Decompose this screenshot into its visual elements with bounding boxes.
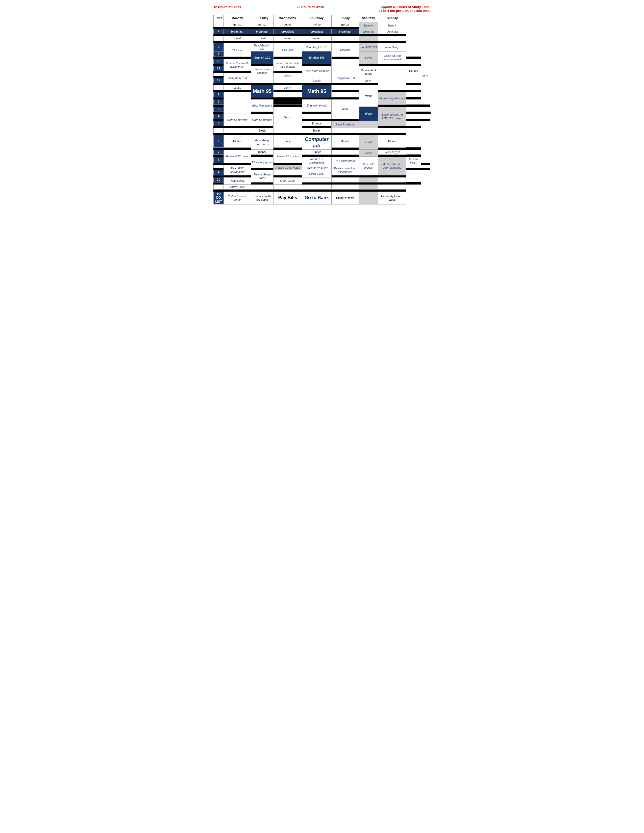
sep [224, 83, 251, 85]
top-headers: 12 Hours of Class 20 Hours of Work Appro… [213, 5, 431, 13]
table-row: travel travel travel travel [214, 36, 431, 41]
wed-dinner: Dinner [274, 135, 302, 148]
sun-catch-up-emails: Catch up with personal emails [378, 51, 406, 64]
sep [274, 97, 302, 99]
wed-getup: get up [274, 22, 302, 27]
time-empty [214, 128, 224, 133]
sep [214, 71, 224, 73]
sun-breakfast: breakfast [378, 29, 406, 34]
sep [224, 90, 251, 92]
sep [378, 182, 406, 185]
sun-review-psy: Review PSY . [406, 157, 421, 165]
sep [214, 182, 224, 185]
sep [378, 175, 406, 177]
sep [274, 133, 302, 135]
wed-review-math: Review & do math assignment [274, 59, 302, 71]
sep [224, 189, 251, 191]
fri-5-empty [406, 121, 421, 126]
wed-sg-empty [274, 185, 302, 189]
sep [302, 155, 332, 157]
sep [224, 148, 251, 150]
wed-revise-psy: Revise PSY notes [274, 150, 302, 163]
sep [302, 83, 332, 85]
sep [214, 133, 224, 135]
sep [302, 64, 332, 66]
sep [359, 41, 378, 43]
sep [406, 64, 421, 66]
sep [214, 97, 224, 99]
sun-work-gym: Work at gym [378, 150, 406, 155]
sat-empty-11 [378, 66, 406, 85]
sep [214, 155, 224, 157]
wed-9-empty [274, 170, 302, 175]
sep [251, 133, 273, 135]
fri-empty-10 [332, 59, 359, 71]
sep [378, 34, 406, 36]
sep [251, 27, 273, 29]
mon-geography: Geography 103 [224, 73, 251, 83]
sep [406, 182, 421, 185]
tue-english101: English 101 [251, 51, 273, 64]
sep [251, 168, 273, 170]
sep [214, 119, 224, 121]
sat-dinner: Dinner [359, 150, 378, 157]
thu-computer-lab: Computer lab [302, 135, 332, 150]
col-monday: Monday [224, 15, 251, 22]
table-row: Study Geog. [214, 185, 431, 189]
sun-sleepin: Sleep in [378, 22, 406, 29]
tue-todo: Practice math problems [251, 191, 273, 204]
sep [224, 41, 251, 43]
wed-travel: travel [274, 36, 302, 41]
sat-sg-empty [359, 185, 378, 189]
mon-work-label: Work [274, 106, 302, 128]
wed-read-psy: Read PSY Assignment [302, 157, 332, 165]
wed-2-sep [274, 99, 302, 105]
sep [332, 41, 359, 43]
sep [251, 97, 273, 99]
time-7b: 7 [214, 150, 224, 155]
tue-breakfast: breakfast [251, 29, 273, 34]
mon-empty-pre6 [224, 128, 251, 133]
thu-read-geog: Read Geog. [302, 170, 332, 177]
sep [359, 189, 378, 191]
sun-review-math: Review math & do assignment [332, 165, 359, 175]
time-empty [214, 73, 224, 76]
table-row: 10 Read Geog. Study Geog. [214, 177, 431, 182]
sep [251, 83, 273, 85]
header-class: 12 Hours of Class [213, 5, 241, 13]
sep [359, 182, 378, 185]
sep [214, 64, 224, 66]
thu-math-problems-empty [359, 121, 378, 128]
sep [332, 97, 359, 99]
sun-begin-outlines: Begin outlines for PSY 101 essays [378, 106, 406, 126]
sep [274, 41, 302, 43]
fri-lunch: Lunch [302, 78, 332, 83]
thu-read-english: Read English 101 [302, 43, 332, 51]
header-work: 20 Hours of Work [297, 5, 324, 13]
mon-review-math: Review & do math assignment [224, 59, 251, 71]
time-empty [214, 85, 224, 90]
sep [406, 83, 421, 85]
wed-psy101: PSY 101 [274, 43, 302, 56]
sep [274, 90, 302, 92]
sep [378, 105, 406, 106]
mon-breakfast: breakfast [224, 29, 251, 34]
sat-10-empty [359, 177, 378, 182]
time-8b: 8 [214, 157, 224, 163]
sep [274, 27, 302, 29]
thu-12-empty [274, 78, 302, 83]
table-row: 7 Revise PSY notes Dinner Revise PSY not… [214, 150, 431, 155]
thu-math-homework: Math Homework [251, 114, 273, 126]
sep [378, 64, 406, 66]
sun-pre6-empty [378, 128, 406, 133]
sep [332, 27, 359, 29]
sep [302, 34, 332, 36]
sep [406, 90, 421, 92]
fri-research: Research at library [359, 66, 378, 78]
sat-travel-empty [359, 36, 378, 41]
sep-row [214, 133, 431, 135]
sep [406, 126, 421, 128]
sep [214, 41, 224, 43]
time-7: 7 [214, 29, 224, 34]
time-10b: 10 [214, 177, 224, 182]
